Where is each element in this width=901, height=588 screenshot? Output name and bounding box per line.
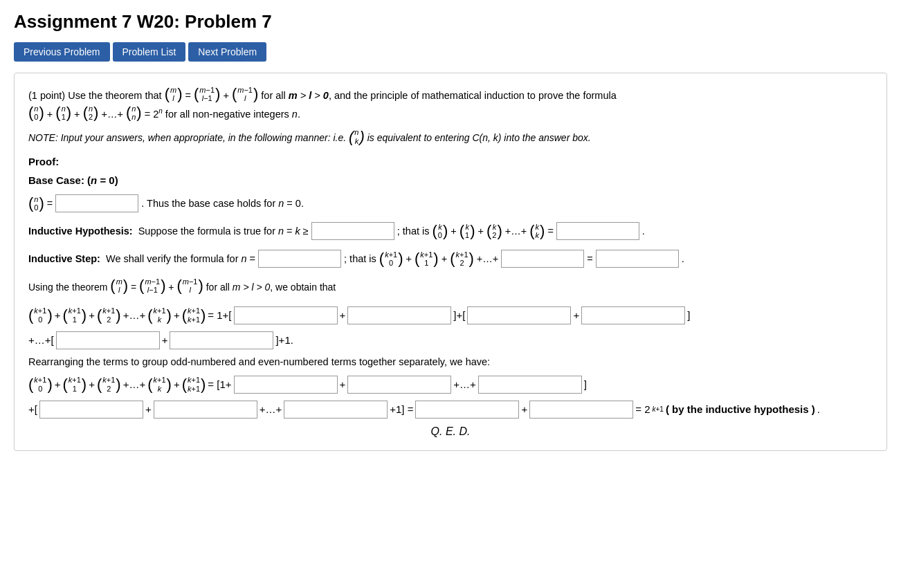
inductive-hyp-result-input[interactable]	[556, 222, 639, 240]
qed-text: Q. E. D.	[28, 425, 873, 438]
eq2-input2[interactable]	[170, 331, 273, 349]
equation-row-2: +…+[ + ]+1.	[28, 331, 873, 349]
inductive-step-line: Inductive Step: We shall verify the form…	[28, 250, 873, 268]
base-case-input[interactable]	[55, 194, 138, 212]
rearr2-input1[interactable]	[39, 401, 143, 419]
eq1-input1[interactable]	[234, 306, 338, 324]
eq1-input4[interactable]	[581, 306, 685, 324]
prev-problem-button[interactable]: Previous Problem	[14, 42, 110, 62]
base-case-line: (n0) = . Thus the base case holds for n …	[28, 194, 873, 212]
next-problem-button[interactable]: Next Problem	[188, 42, 266, 62]
equation-row-1: (k+10) + (k+11) + (k+12) +…+ (k+1k) + (k…	[28, 306, 873, 324]
rearranging-row-1: (k+10) + (k+11) + (k+12) +…+ (k+1k) + (k…	[28, 376, 873, 394]
rearranging-row-2: +[ + +…+ +1] = + = 2k+1 ( by the inducti…	[28, 401, 873, 419]
inductive-step-eq-input[interactable]	[596, 250, 679, 268]
problem-list-button[interactable]: Problem List	[113, 42, 186, 62]
content-box: (1 point) Use the theorem that (ml) = (m…	[14, 73, 887, 451]
rearr1-input2[interactable]	[347, 376, 451, 394]
rearr1-input1[interactable]	[234, 376, 338, 394]
rearr2-input3[interactable]	[284, 401, 388, 419]
rearr2-result2[interactable]	[529, 401, 633, 419]
eq2-input1[interactable]	[56, 331, 160, 349]
base-case-title: Base Case: (n = 0)	[28, 174, 873, 186]
problem-statement: (1 point) Use the theorem that (ml) = (m…	[28, 86, 873, 122]
rearr2-result1[interactable]	[415, 401, 519, 419]
proof-label: Proof:	[28, 156, 873, 167]
eq1-input2[interactable]	[347, 306, 451, 324]
nav-buttons: Previous Problem Problem List Next Probl…	[14, 42, 887, 62]
eq1-input3[interactable]	[467, 306, 571, 324]
inductive-hyp-line: Inductive Hypothesis: Suppose the formul…	[28, 222, 873, 240]
inductive-step-n-input[interactable]	[258, 250, 341, 268]
inductive-hyp-k-input[interactable]	[311, 222, 394, 240]
page-title: Assignment 7 W20: Problem 7	[14, 11, 887, 33]
rearr1-input3[interactable]	[478, 376, 582, 394]
rearranging-text: Rearranging the terms to group odd-numbe…	[28, 356, 873, 367]
inductive-step-plus-input[interactable]	[501, 250, 584, 268]
theorem-line: Using the theorem (ml) = (m−1l−1) + (m−1…	[28, 277, 873, 296]
note-text: NOTE: Input your answers, when appropria…	[28, 128, 873, 145]
rearr2-input2[interactable]	[154, 401, 257, 419]
